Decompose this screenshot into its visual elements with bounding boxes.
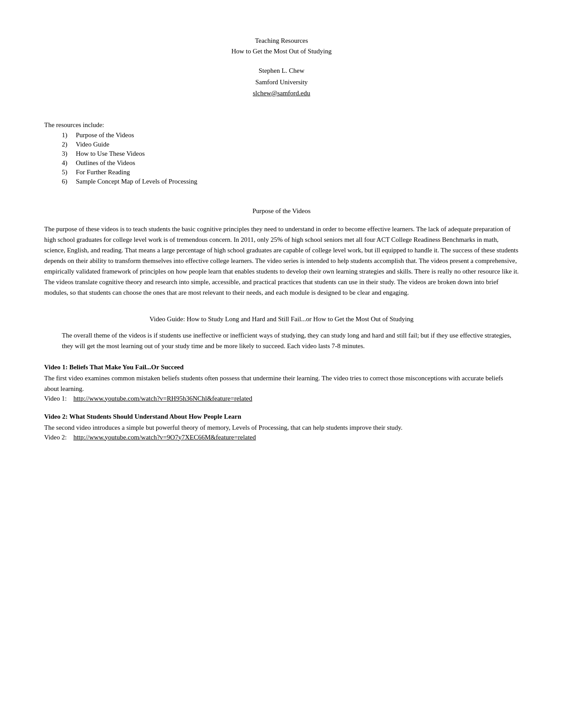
list-item: 4) Outlines of the Videos bbox=[62, 159, 519, 167]
list-item-label: Video Guide bbox=[76, 141, 109, 148]
header-title-block: Teaching Resources How to Get the Most O… bbox=[44, 35, 519, 56]
video2-title: Video 2: What Students Should Understand… bbox=[44, 413, 519, 420]
video1-body: The first video examines common mistaken… bbox=[44, 373, 519, 394]
purpose-section: Purpose of the Videos The purpose of the… bbox=[44, 207, 519, 298]
header-line1: Teaching Resources bbox=[44, 35, 519, 46]
author-university: Samford University bbox=[44, 77, 519, 88]
list-item: 2) Video Guide bbox=[62, 141, 519, 148]
video-guide-heading: Video Guide: How to Study Long and Hard … bbox=[44, 315, 519, 323]
author-name: Stephen L. Chew bbox=[44, 65, 519, 77]
video1-section: Video 1: Beliefs That Make You Fail...Or… bbox=[44, 364, 519, 402]
list-item-label: Outlines of the Videos bbox=[76, 159, 135, 166]
list-item: 5) For Further Reading bbox=[62, 169, 519, 176]
list-number: 4) bbox=[62, 159, 74, 167]
video1-description: The first video examines common mistaken… bbox=[44, 375, 503, 392]
video2-link-label: Video 2: bbox=[44, 434, 67, 441]
list-item-label: Purpose of the Videos bbox=[76, 131, 134, 139]
list-number: 3) bbox=[62, 150, 74, 158]
list-item: 3) How to Use These Videos bbox=[62, 150, 519, 158]
resources-section: The resources include: 1) Purpose of the… bbox=[44, 121, 519, 185]
list-item-label: For Further Reading bbox=[76, 169, 130, 176]
list-item: 6) Sample Concept Map of Levels of Proce… bbox=[62, 178, 519, 185]
resources-intro: The resources include: bbox=[44, 121, 519, 129]
video1-link-label: Video 1: bbox=[44, 395, 67, 402]
video2-link-line: Video 2: http://www.youtube.com/watch?v=… bbox=[44, 434, 519, 441]
author-block: Stephen L. Chew Samford University slche… bbox=[44, 65, 519, 99]
video2-body: The second video introduces a simple but… bbox=[44, 422, 519, 433]
list-item-label: Sample Concept Map of Levels of Processi… bbox=[76, 178, 197, 185]
header-line2: How to Get the Most Out of Studying bbox=[44, 46, 519, 56]
purpose-heading: Purpose of the Videos bbox=[44, 207, 519, 215]
video2-link[interactable]: http://www.youtube.com/watch?v=9O7y7XEC6… bbox=[73, 434, 256, 441]
author-email-link[interactable]: slchew@samford.edu bbox=[253, 90, 310, 97]
list-number: 6) bbox=[62, 178, 74, 185]
list-item-label: How to Use These Videos bbox=[76, 150, 145, 157]
purpose-body: The purpose of these videos is to teach … bbox=[44, 224, 519, 298]
list-number: 1) bbox=[62, 131, 74, 139]
page-header: Teaching Resources How to Get the Most O… bbox=[44, 35, 519, 99]
video2-description: The second video introduces a simple but… bbox=[44, 424, 403, 431]
list-number: 5) bbox=[62, 169, 74, 176]
video1-link[interactable]: http://www.youtube.com/watch?v=RH95h36NC… bbox=[73, 395, 252, 402]
video-guide-section: Video Guide: How to Study Long and Hard … bbox=[44, 315, 519, 441]
list-item: 1) Purpose of the Videos bbox=[62, 131, 519, 139]
resources-list: 1) Purpose of the Videos 2) Video Guide … bbox=[44, 131, 519, 185]
video1-title: Video 1: Beliefs That Make You Fail...Or… bbox=[44, 364, 519, 371]
video2-section: Video 2: What Students Should Understand… bbox=[44, 413, 519, 441]
video1-link-line: Video 1: http://www.youtube.com/watch?v=… bbox=[44, 395, 519, 402]
video-guide-intro: The overall theme of the videos is if st… bbox=[44, 330, 519, 351]
list-number: 2) bbox=[62, 141, 74, 148]
